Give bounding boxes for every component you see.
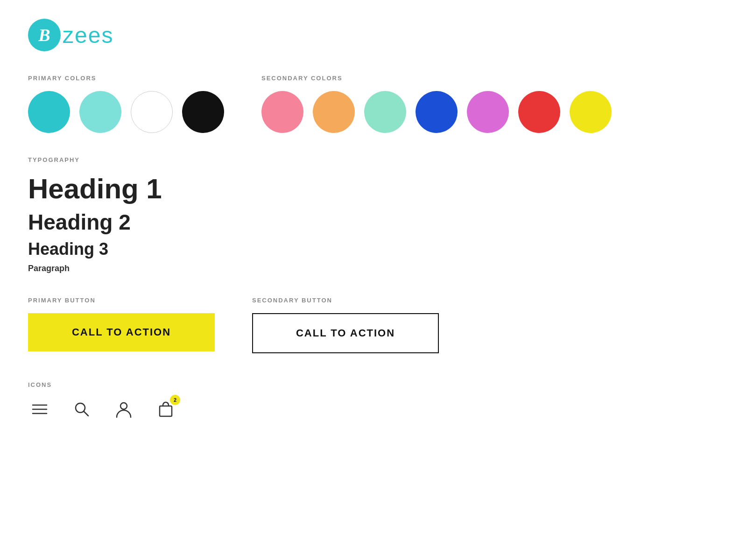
swatch-pink xyxy=(261,91,303,133)
logo-icon: B xyxy=(28,19,61,51)
swatch-white xyxy=(131,91,173,133)
swatch-mint xyxy=(364,91,406,133)
svg-line-4 xyxy=(84,411,88,416)
swatch-yellow xyxy=(570,91,612,133)
icons-label: ICONS xyxy=(28,381,719,388)
user-icon[interactable] xyxy=(112,398,135,421)
swatch-blue xyxy=(416,91,458,133)
cart-badge: 2 xyxy=(170,395,180,405)
primary-colors-group: PRIMARY COLORS xyxy=(28,75,224,133)
heading1-sample: Heading 1 xyxy=(28,173,719,205)
logo-wordmark: zees xyxy=(63,22,113,48)
secondary-colors-group: SECONDARY COLORS xyxy=(261,75,612,133)
icons-row: 2 xyxy=(28,398,719,421)
logo: B zees xyxy=(28,19,719,51)
secondary-color-swatches xyxy=(261,91,612,133)
secondary-button-label: SECONDARY BUTTON xyxy=(252,297,439,304)
swatch-red xyxy=(518,91,560,133)
typography-section: TYPOGRAPHY Heading 1 Heading 2 Heading 3… xyxy=(28,156,719,273)
secondary-cta-button[interactable]: CALL TO ACTION xyxy=(252,313,439,353)
icons-section: ICONS xyxy=(28,381,719,421)
colors-section: PRIMARY COLORS SECONDARY COLORS xyxy=(28,75,719,133)
hamburger-menu-icon[interactable] xyxy=(28,398,51,421)
primary-colors-label: PRIMARY COLORS xyxy=(28,75,224,82)
user-svg xyxy=(115,400,133,418)
swatch-purple xyxy=(467,91,509,133)
primary-color-swatches xyxy=(28,91,224,133)
cart-icon[interactable]: 2 xyxy=(154,398,177,421)
primary-button-group: PRIMARY BUTTON CALL TO ACTION xyxy=(28,297,215,351)
svg-point-5 xyxy=(120,403,127,409)
secondary-colors-label: SECONDARY COLORS xyxy=(261,75,612,82)
paragraph-sample: Paragraph xyxy=(28,264,719,273)
secondary-button-group: SECONDARY BUTTON CALL TO ACTION xyxy=(252,297,439,353)
search-svg xyxy=(73,400,91,418)
primary-button-label: PRIMARY BUTTON xyxy=(28,297,215,304)
heading2-sample: Heading 2 xyxy=(28,210,719,235)
primary-cta-button[interactable]: CALL TO ACTION xyxy=(28,313,215,351)
swatch-black xyxy=(182,91,224,133)
buttons-section: PRIMARY BUTTON CALL TO ACTION SECONDARY … xyxy=(28,297,719,353)
menu-svg xyxy=(31,400,49,418)
logo-b-letter: B xyxy=(38,25,50,45)
heading3-sample: Heading 3 xyxy=(28,239,719,259)
search-icon[interactable] xyxy=(70,398,93,421)
swatch-teal xyxy=(28,91,70,133)
swatch-orange xyxy=(313,91,355,133)
svg-rect-6 xyxy=(160,406,172,416)
swatch-light-teal xyxy=(79,91,121,133)
typography-label: TYPOGRAPHY xyxy=(28,156,719,163)
